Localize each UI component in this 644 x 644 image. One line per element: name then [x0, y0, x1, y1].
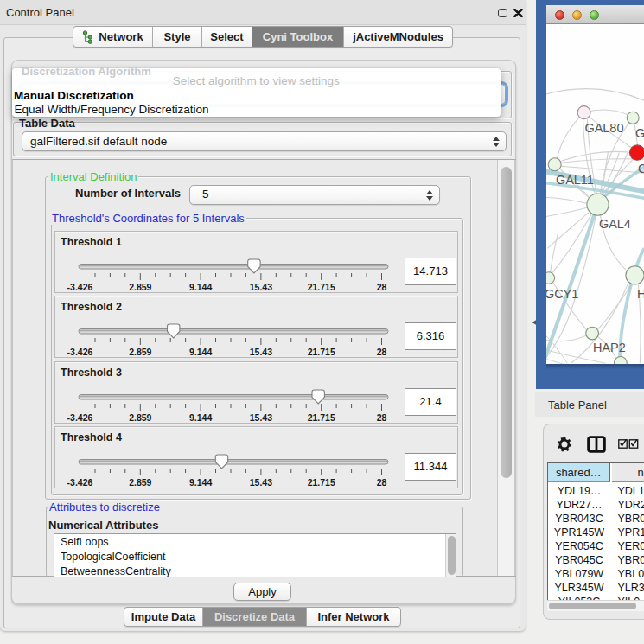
svg-text:9.144: 9.144 — [189, 477, 212, 488]
svg-text:28: 28 — [377, 477, 387, 488]
svg-text:2.859: 2.859 — [129, 477, 151, 488]
svg-text:2.859: 2.859 — [129, 282, 151, 292]
svg-text:21.715: 21.715 — [308, 282, 335, 292]
svg-text:GAL4: GAL4 — [598, 217, 630, 231]
svg-text:9.144: 9.144 — [189, 282, 212, 292]
svg-text:21.715: 21.715 — [308, 412, 335, 423]
svg-text:2.859: 2.859 — [129, 347, 151, 357]
svg-text:GAL11: GAL11 — [555, 173, 593, 187]
svg-text:GA: GA — [634, 126, 643, 140]
svg-text:15.43: 15.43 — [250, 412, 272, 423]
svg-text:GCY1: GCY1 — [546, 287, 578, 301]
svg-text:21.715: 21.715 — [308, 477, 335, 488]
svg-text:9.144: 9.144 — [189, 347, 212, 357]
svg-text:28: 28 — [377, 282, 387, 292]
svg-text:GAL80: GAL80 — [584, 121, 623, 135]
svg-text:28: 28 — [377, 347, 387, 357]
svg-text:9.144: 9.144 — [189, 412, 212, 423]
svg-text:-3.426: -3.426 — [67, 347, 93, 357]
svg-text:15.43: 15.43 — [250, 477, 272, 488]
svg-text:HAP2: HAP2 — [592, 341, 625, 354]
svg-text:-3.426: -3.426 — [67, 412, 93, 423]
svg-text:C: C — [637, 162, 643, 175]
svg-text:28: 28 — [377, 412, 387, 423]
svg-text:2.859: 2.859 — [129, 412, 151, 423]
svg-text:15.43: 15.43 — [250, 347, 272, 357]
svg-text:-3.426: -3.426 — [67, 477, 93, 488]
svg-text:15.43: 15.43 — [250, 282, 272, 292]
svg-text:-3.426: -3.426 — [67, 282, 93, 292]
svg-text:21.715: 21.715 — [308, 347, 335, 357]
svg-text:H: H — [636, 287, 643, 301]
